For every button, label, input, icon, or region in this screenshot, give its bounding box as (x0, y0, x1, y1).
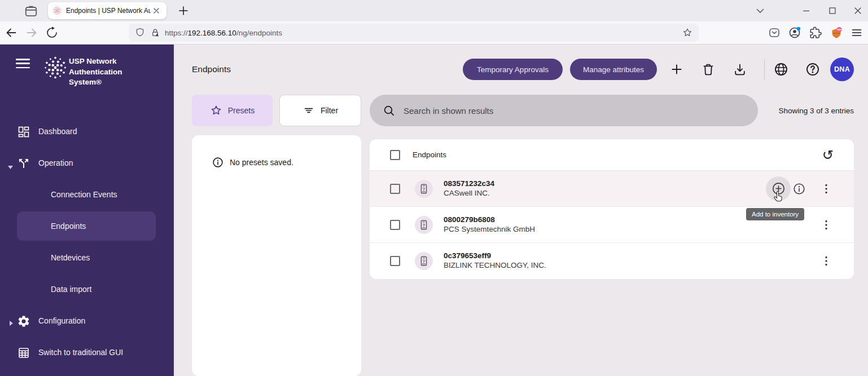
sidebar-item-connection-events[interactable]: Connection Events (51, 190, 117, 199)
row-menu-kebab-icon[interactable] (819, 254, 833, 268)
url-host: 192.168.56.10 (188, 29, 236, 37)
dashboard-icon (17, 125, 30, 139)
help-icon[interactable] (803, 60, 822, 79)
chevron-down-icon[interactable] (8, 161, 13, 171)
url-scheme: https:// (165, 29, 188, 37)
url-text: https://192.168.56.10/ng/endpoints (165, 29, 682, 37)
endpoint-mac: 083571232c34 (444, 179, 494, 188)
window-maximize-button[interactable] (825, 4, 840, 17)
pocket-icon[interactable] (768, 26, 781, 39)
table-header-row: Endpoints ↺ (370, 139, 854, 171)
sidebar-item-configuration[interactable]: Configuration (38, 316, 85, 325)
presets-empty-text: No presets saved. (230, 158, 293, 167)
window-minimize-button[interactable] (799, 4, 814, 17)
table-header-label: Endpoints (413, 151, 446, 159)
table-row[interactable]: ? 0c379653eff9 BIZLINK TECHNOLOGY, INC. (370, 243, 854, 279)
firefox-view-icon[interactable] (24, 4, 38, 17)
account-icon[interactable] (788, 26, 801, 39)
presets-panel: No presets saved. (192, 135, 361, 376)
globe-icon[interactable] (771, 60, 791, 79)
presets-star-icon (210, 104, 222, 117)
filter-label: Filter (321, 106, 338, 115)
sidebar-item-data-import[interactable]: Data import (51, 285, 91, 294)
sidebar: USP Network Authentication System® Dashb… (0, 45, 174, 376)
select-all-checkbox[interactable] (390, 150, 400, 160)
adblocker-extension-icon[interactable] (830, 26, 843, 39)
presets-empty-message: No presets saved. (212, 156, 293, 169)
url-path: /ng/endpoints (236, 29, 282, 37)
sidebar-item-netdevices[interactable]: Netdevices (51, 253, 90, 262)
back-icon[interactable] (5, 26, 18, 39)
add-icon[interactable] (667, 60, 686, 79)
browser-toolbar: https://192.168.56.10/ng/endpoints (0, 21, 868, 45)
divider (764, 59, 765, 79)
tab-close-icon[interactable] (152, 6, 161, 15)
reload-icon[interactable] (45, 26, 59, 39)
refresh-icon[interactable]: ↺ (822, 148, 834, 162)
browser-tab[interactable]: Endpoints | USP Network Authe (48, 2, 166, 19)
sidebar-selected-highlight (17, 211, 156, 241)
sidebar-item-dashboard[interactable]: Dashboard (38, 127, 77, 136)
results-summary: Showing 3 of 3 entries (778, 107, 854, 115)
endpoint-mac: 0c379653eff9 (444, 251, 546, 260)
download-icon[interactable] (730, 60, 749, 79)
page-title: Endpoints (192, 64, 231, 74)
filter-button[interactable]: Filter (279, 95, 361, 126)
endpoint-vendor: PCS Systemtechnik GmbH (444, 224, 535, 234)
svg-text:?: ? (423, 186, 426, 191)
temporary-approvals-button[interactable]: Temporary Approvals (463, 59, 563, 80)
bookmark-star-icon[interactable] (682, 27, 693, 38)
sidebar-menu-icon[interactable] (16, 59, 30, 69)
hand-cursor-icon (772, 191, 784, 204)
svg-text:?: ? (423, 259, 426, 264)
details-info-icon[interactable] (792, 182, 806, 196)
endpoint-mac: 0800279b6808 (444, 215, 535, 224)
tracking-shield-icon[interactable] (134, 27, 146, 38)
row-menu-kebab-icon[interactable] (819, 218, 833, 232)
operation-split-icon (17, 157, 30, 170)
forward-icon[interactable] (25, 26, 38, 39)
main-content: Endpoints Temporary Approvals Manage att… (174, 45, 868, 376)
window-close-button[interactable] (850, 4, 866, 17)
delete-icon[interactable] (699, 60, 718, 79)
manage-attributes-button[interactable]: Manage attributes (570, 59, 657, 80)
svg-text:?: ? (423, 222, 426, 227)
info-icon (212, 156, 224, 169)
app-window: USP Network Authentication System® Dashb… (0, 45, 868, 376)
endpoint-vendor: BIZLINK TECHNOLOGY, INC. (444, 260, 546, 270)
browser-tab-bar: Endpoints | USP Network Authe (0, 0, 868, 21)
sidebar-item-switch-traditional-gui[interactable]: Switch to traditional GUI (38, 348, 123, 357)
unknown-device-icon: ? (415, 252, 433, 270)
row-checkbox[interactable] (390, 184, 400, 194)
brand-logo-icon (43, 55, 68, 80)
brand-title: USP Network Authentication System® (69, 56, 139, 88)
row-checkbox[interactable] (390, 220, 400, 230)
url-bar[interactable]: https://192.168.56.10/ng/endpoints (129, 24, 699, 42)
tab-title: Endpoints | USP Network Authe (66, 7, 151, 15)
tooltip: Add to inventory (746, 208, 804, 220)
row-checkbox[interactable] (390, 256, 400, 266)
new-tab-button[interactable] (178, 5, 189, 16)
search-icon (382, 104, 396, 117)
row-menu-kebab-icon[interactable] (819, 182, 833, 196)
list-tabs-icon[interactable] (754, 5, 766, 17)
sidebar-item-operation[interactable]: Operation (38, 158, 73, 167)
sidebar-item-endpoints[interactable]: Endpoints (51, 222, 86, 231)
extensions-puzzle-icon[interactable] (809, 26, 822, 39)
search-bar[interactable] (370, 95, 758, 126)
menu-hamburger-icon[interactable] (850, 26, 863, 39)
presets-label: Presets (228, 106, 255, 115)
filter-icon (303, 104, 315, 117)
presets-button[interactable]: Presets (192, 95, 273, 126)
lock-warning-icon[interactable] (150, 27, 161, 38)
chevron-right-icon[interactable] (10, 318, 13, 328)
user-avatar[interactable]: DNA (830, 57, 854, 81)
traditional-gui-icon (17, 346, 30, 360)
unknown-device-icon: ? (415, 180, 433, 198)
gear-icon (17, 315, 30, 328)
site-favicon-icon (52, 6, 62, 15)
endpoint-vendor: CASwell INC. (444, 188, 494, 198)
screen: Endpoints | USP Network Authe (0, 0, 868, 376)
search-input[interactable] (404, 106, 751, 116)
unknown-device-icon: ? (415, 216, 433, 234)
